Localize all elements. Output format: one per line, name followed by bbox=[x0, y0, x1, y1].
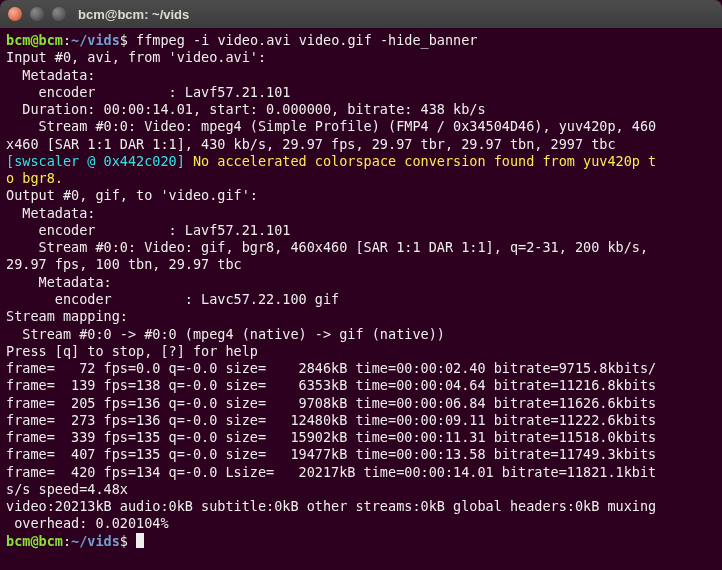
prompt-cwd: ~/vids bbox=[71, 32, 120, 48]
output-line: Metadata: bbox=[6, 274, 112, 290]
cursor bbox=[136, 533, 144, 548]
output-line: x460 [SAR 1:1 DAR 1:1], 430 kb/s, 29.97 … bbox=[6, 136, 616, 152]
warn-tag: [swscaler @ 0x442c020] bbox=[6, 153, 185, 169]
output-line: Stream #0:0: Video: gif, bgr8, 460x460 [… bbox=[6, 239, 656, 255]
prompt-sep: : bbox=[63, 533, 71, 549]
close-icon[interactable] bbox=[8, 7, 22, 21]
window-titlebar: bcm@bcm: ~/vids bbox=[0, 0, 722, 28]
frame-line: frame= 205 fps=136 q=-0.0 size= 9708kB t… bbox=[6, 395, 656, 411]
frame-line: frame= 273 fps=136 q=-0.0 size= 12480kB … bbox=[6, 412, 656, 428]
prompt-userhost: bcm@bcm bbox=[6, 533, 63, 549]
frame-line: frame= 339 fps=135 q=-0.0 size= 15902kB … bbox=[6, 429, 656, 445]
prompt-dollar: $ bbox=[120, 32, 128, 48]
summary-line: overhead: 0.020104% bbox=[6, 515, 169, 531]
output-line: Metadata: bbox=[6, 205, 95, 221]
frame-line: frame= 407 fps=135 q=-0.0 size= 19477kB … bbox=[6, 446, 656, 462]
maximize-icon[interactable] bbox=[52, 7, 66, 21]
window-title: bcm@bcm: ~/vids bbox=[78, 7, 189, 22]
output-line: Stream #0:0 -> #0:0 (mpeg4 (native) -> g… bbox=[6, 326, 445, 342]
output-line: Duration: 00:00:14.01, start: 0.000000, … bbox=[6, 101, 486, 117]
output-line: Output #0, gif, to 'video.gif': bbox=[6, 187, 258, 203]
output-line: Input #0, avi, from 'video.avi': bbox=[6, 49, 266, 65]
output-line: Stream #0:0: Video: mpeg4 (Simple Profil… bbox=[6, 118, 656, 134]
command-text: ffmpeg -i video.avi video.gif -hide_bann… bbox=[136, 32, 477, 48]
warn-msg-cont: o bgr8. bbox=[6, 170, 63, 186]
output-line: encoder : Lavf57.21.101 bbox=[6, 84, 290, 100]
minimize-icon[interactable] bbox=[30, 7, 44, 21]
frame-line: s/s speed=4.48x bbox=[6, 481, 128, 497]
frame-line: frame= 139 fps=138 q=-0.0 size= 6353kB t… bbox=[6, 377, 656, 393]
output-line: Stream mapping: bbox=[6, 308, 128, 324]
frame-line: frame= 420 fps=134 q=-0.0 Lsize= 20217kB… bbox=[6, 464, 656, 480]
prompt-sep: : bbox=[63, 32, 71, 48]
output-line: encoder : Lavf57.21.101 bbox=[6, 222, 290, 238]
prompt-dollar: $ bbox=[120, 533, 128, 549]
output-line: Press [q] to stop, [?] for help bbox=[6, 343, 258, 359]
output-line: 29.97 fps, 100 tbn, 29.97 tbc bbox=[6, 256, 242, 272]
prompt-userhost: bcm@bcm bbox=[6, 32, 63, 48]
output-line: encoder : Lavc57.22.100 gif bbox=[6, 291, 339, 307]
frame-line: frame= 72 fps=0.0 q=-0.0 size= 2846kB ti… bbox=[6, 360, 656, 376]
warn-msg: No accelerated colorspace conversion fou… bbox=[185, 153, 656, 169]
summary-line: video:20213kB audio:0kB subtitle:0kB oth… bbox=[6, 498, 656, 514]
terminal-body[interactable]: bcm@bcm:~/vids$ ffmpeg -i video.avi vide… bbox=[0, 28, 722, 554]
prompt-cwd: ~/vids bbox=[71, 533, 120, 549]
output-line: Metadata: bbox=[6, 67, 95, 83]
